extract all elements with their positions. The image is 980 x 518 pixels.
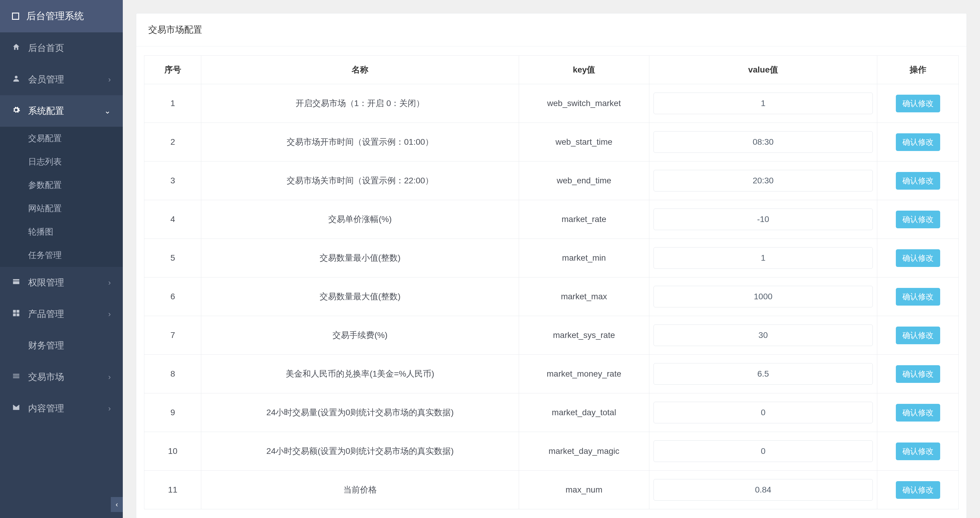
sidebar-item-5[interactable]: 财务管理 (0, 330, 123, 361)
cell-value (649, 161, 877, 200)
value-input[interactable] (654, 479, 873, 500)
cell-name: 交易市场关市时间（设置示例：22:00） (201, 161, 519, 200)
cell-key: market_min (519, 239, 649, 277)
bars-icon (11, 372, 22, 382)
value-input[interactable] (654, 402, 873, 423)
cell-name: 交易市场开市时间（设置示例：01:00） (201, 123, 519, 161)
value-input[interactable] (654, 286, 873, 308)
cell-value (649, 84, 877, 123)
cell-index: 2 (144, 123, 201, 161)
chevron-down-icon: ⌄ (104, 106, 111, 116)
cell-action: 确认修改 (877, 277, 959, 316)
confirm-button[interactable]: 确认修改 (896, 404, 940, 422)
confirm-button[interactable]: 确认修改 (896, 210, 940, 228)
chevron-right-icon: › (108, 75, 111, 84)
cell-action: 确认修改 (877, 355, 959, 394)
chevron-right-icon: › (108, 309, 111, 319)
cell-action: 确认修改 (877, 394, 959, 432)
th-index: 序号 (144, 56, 201, 84)
sidebar-item-6[interactable]: 交易市场› (0, 361, 123, 393)
sidebar-subitem-2-3[interactable]: 网站配置 (0, 197, 123, 220)
cell-action: 确认修改 (877, 123, 959, 161)
confirm-button[interactable]: 确认修改 (896, 365, 940, 383)
cell-name: 24小时交易量(设置为0则统计交易市场的真实数据) (201, 394, 519, 432)
table-row: 7交易手续费(%)market_sys_rate确认修改 (144, 316, 959, 355)
cell-value (649, 123, 877, 161)
sidebar-item-label: 系统配置 (28, 105, 64, 117)
value-input[interactable] (654, 247, 873, 269)
confirm-button[interactable]: 确认修改 (896, 249, 940, 267)
cell-index: 10 (144, 432, 201, 471)
config-table: 序号 名称 key值 value值 操作 1开启交易市场（1：开启 0：关闭）w… (144, 56, 959, 509)
sidebar-item-1[interactable]: 会员管理› (0, 64, 123, 95)
cell-name: 交易手续费(%) (201, 316, 519, 355)
value-input[interactable] (654, 92, 873, 114)
sidebar-submenu-2: 交易配置日志列表参数配置网站配置轮播图任务管理 (0, 127, 123, 267)
cell-index: 11 (144, 471, 201, 509)
confirm-button[interactable]: 确认修改 (896, 95, 940, 112)
sidebar-subitem-2-1[interactable]: 日志列表 (0, 150, 123, 174)
value-input[interactable] (654, 209, 873, 230)
cell-value (649, 239, 877, 277)
cell-name: 当前价格 (201, 471, 519, 509)
sidebar-subitem-2-4[interactable]: 轮播图 (0, 220, 123, 244)
sidebar-subitem-2-5[interactable]: 任务管理 (0, 244, 123, 267)
cell-action: 确认修改 (877, 84, 959, 123)
sidebar-item-label: 财务管理 (28, 339, 64, 352)
th-name: 名称 (201, 56, 519, 84)
table-row: 2交易市场开市时间（设置示例：01:00）web_start_time确认修改 (144, 123, 959, 161)
sidebar-item-3[interactable]: 权限管理› (0, 267, 123, 298)
th-value: value值 (649, 56, 877, 84)
cell-key: market_max (519, 277, 649, 316)
confirm-button[interactable]: 确认修改 (896, 327, 940, 344)
confirm-button[interactable]: 确认修改 (896, 288, 940, 306)
value-input[interactable] (654, 440, 873, 462)
cell-value (649, 394, 877, 432)
value-input[interactable] (654, 324, 873, 346)
table-row: 6交易数量最大值(整数)market_max确认修改 (144, 277, 959, 316)
value-input[interactable] (654, 363, 873, 385)
table-header-row: 序号 名称 key值 value值 操作 (144, 56, 959, 84)
cell-index: 7 (144, 316, 201, 355)
sidebar-item-2[interactable]: 系统配置⌄ (0, 95, 123, 127)
table-row: 3交易市场关市时间（设置示例：22:00）web_end_time确认修改 (144, 161, 959, 200)
sidebar-subitem-2-2[interactable]: 参数配置 (0, 174, 123, 197)
chevron-right-icon: › (108, 278, 111, 287)
sidebar-item-label: 内容管理 (28, 402, 64, 414)
value-input[interactable] (654, 170, 873, 191)
confirm-button[interactable]: 确认修改 (896, 172, 940, 190)
cell-name: 交易数量最小值(整数) (201, 239, 519, 277)
sidebar-item-7[interactable]: 内容管理› (0, 393, 123, 424)
cell-key: web_start_time (519, 123, 649, 161)
table-row: 1开启交易市场（1：开启 0：关闭）web_switch_market确认修改 (144, 84, 959, 123)
cell-name: 交易单价涨幅(%) (201, 200, 519, 239)
sidebar-subitem-2-0[interactable]: 交易配置 (0, 127, 123, 150)
cell-key: market_day_magic (519, 432, 649, 471)
th-key: key值 (519, 56, 649, 84)
cell-key: web_switch_market (519, 84, 649, 123)
cell-key: market_sys_rate (519, 316, 649, 355)
confirm-button[interactable]: 确认修改 (896, 133, 940, 151)
cell-action: 确认修改 (877, 432, 959, 471)
app-title: 后台管理系统 (26, 10, 84, 23)
sidebar-item-label: 产品管理 (28, 308, 64, 320)
cell-action: 确认修改 (877, 161, 959, 200)
cell-value (649, 432, 877, 471)
cell-value (649, 200, 877, 239)
sidebar-collapse-button[interactable]: ‹ (111, 497, 123, 512)
confirm-button[interactable]: 确认修改 (896, 443, 940, 460)
cell-index: 1 (144, 84, 201, 123)
sidebar-item-0[interactable]: 后台首页 (0, 32, 123, 64)
cell-name: 24小时交易额(设置为0则统计交易市场的真实数据) (201, 432, 519, 471)
sidebar: 后台管理系统 后台首页会员管理›系统配置⌄交易配置日志列表参数配置网站配置轮播图… (0, 0, 123, 518)
config-panel: 交易市场配置 序号 名称 key值 value值 操作 1开启交易市场（1：开启… (136, 13, 967, 518)
confirm-button[interactable]: 确认修改 (896, 481, 940, 499)
table-row: 4交易单价涨幅(%)market_rate确认修改 (144, 200, 959, 239)
table-row: 11当前价格max_num确认修改 (144, 471, 959, 509)
cell-name: 交易数量最大值(整数) (201, 277, 519, 316)
table-row: 924小时交易量(设置为0则统计交易市场的真实数据)market_day_tot… (144, 394, 959, 432)
value-input[interactable] (654, 131, 873, 153)
sidebar-item-label: 交易市场 (28, 371, 64, 383)
sidebar-item-4[interactable]: 产品管理› (0, 298, 123, 330)
panel-title: 交易市场配置 (136, 13, 967, 46)
